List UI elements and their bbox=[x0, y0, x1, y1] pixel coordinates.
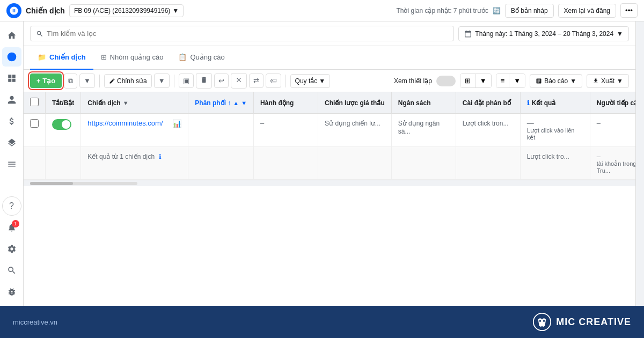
review-button[interactable]: Xem lại và đăng bbox=[558, 4, 616, 18]
row-toggle-cell bbox=[46, 114, 81, 147]
more-button[interactable]: ••• bbox=[620, 3, 638, 18]
edit-label: Chỉnh sửa bbox=[117, 77, 147, 85]
sidebar-item-grid[interactable] bbox=[2, 69, 21, 88]
col-header-setup: Cài đặt phân bổ bbox=[456, 92, 520, 114]
svg-point-3 bbox=[543, 320, 545, 322]
tab-ad[interactable]: 📋 Quảng cáo bbox=[171, 46, 232, 70]
row-budget-cell: Sử dụng ngân sá... bbox=[391, 114, 456, 147]
sidebar-item-settings[interactable] bbox=[2, 239, 21, 259]
toggle-col-label: Tắt/Bật bbox=[52, 99, 74, 107]
sidebar-item-home[interactable] bbox=[2, 26, 21, 45]
col-header-distribution[interactable]: Phân phối ↑ ▲ ▼ bbox=[188, 92, 254, 114]
sidebar-item-notifications[interactable]: 1 bbox=[2, 218, 21, 237]
result-dash: — bbox=[527, 119, 583, 127]
undo-button[interactable]: ↩ bbox=[214, 74, 229, 88]
trash-button[interactable] bbox=[196, 73, 212, 89]
view-chevron-button[interactable]: ▼ bbox=[475, 74, 491, 87]
summary-reach-dash: – bbox=[597, 152, 635, 160]
mic-logo-icon bbox=[532, 312, 552, 332]
sidebar-item-search[interactable] bbox=[2, 261, 21, 280]
sidebar-item-help[interactable]: ? bbox=[2, 196, 21, 216]
duplicate-button[interactable]: ⧉ bbox=[64, 74, 77, 89]
export-button[interactable]: Xuất ▼ bbox=[587, 74, 629, 88]
footer: miccreative.vn MIC CREATIVE bbox=[0, 306, 644, 338]
tab-adgroup[interactable]: ⊞ Nhóm quảng cáo bbox=[93, 46, 171, 70]
delete-icon bbox=[235, 76, 243, 84]
footer-right: MIC CREATIVE bbox=[532, 312, 631, 332]
delete-button[interactable] bbox=[231, 73, 247, 89]
right-sidebar bbox=[635, 21, 644, 306]
row-action-cell: – bbox=[254, 114, 318, 147]
update-time: Thời gian cập nhật: 7 phút trước bbox=[396, 7, 488, 14]
date-picker[interactable]: Tháng này: 1 Tháng 3, 2024 – 20 Tháng 3,… bbox=[458, 26, 629, 41]
select-all-checkbox[interactable] bbox=[30, 98, 39, 106]
rules-button[interactable]: Quy tắc ▼ bbox=[290, 74, 331, 88]
sort-icon: ▼ bbox=[123, 100, 129, 106]
summary-reach-cell: – tài khoản trong Tru... bbox=[590, 147, 635, 180]
edit-button[interactable]: Chỉnh sửa bbox=[104, 74, 152, 88]
export-label: Xuất bbox=[601, 77, 614, 85]
sidebar-bottom: ? 1 bbox=[2, 196, 21, 302]
row-bid-cell: Sử dụng chiến lư... bbox=[318, 114, 392, 147]
table-row: https://coinminutes.com/ 📊 – Sử dụng chi… bbox=[24, 114, 635, 147]
dropdown-button[interactable]: ▼ bbox=[79, 74, 95, 88]
campaign-toggle[interactable] bbox=[52, 119, 71, 130]
summary-footnote: tài khoản trong Tru... bbox=[597, 160, 635, 174]
refresh-icon[interactable]: 🔄 bbox=[493, 7, 501, 14]
view-columns-button[interactable]: ⊞ bbox=[460, 74, 475, 87]
summary-reach-container: – tài khoản trong Tru... bbox=[597, 152, 635, 174]
main-layout: ? 1 bbox=[0, 21, 644, 306]
scrollbar-track[interactable] bbox=[30, 182, 137, 185]
sidebar-item-person[interactable] bbox=[2, 90, 21, 109]
export-chevron: ▼ bbox=[617, 77, 623, 85]
tag-button[interactable]: 🏷 bbox=[266, 74, 281, 88]
campaign-link[interactable]: https://coinminutes.com/ bbox=[87, 119, 163, 127]
view-label: Xem thiết lập bbox=[394, 77, 432, 85]
edit-icon bbox=[109, 78, 115, 84]
report-button[interactable]: Báo cáo ▼ bbox=[530, 74, 582, 88]
scrollbar-thumb[interactable] bbox=[30, 182, 73, 185]
draft-button[interactable]: Bổ bản nháp bbox=[505, 4, 554, 18]
search-wrap[interactable] bbox=[30, 26, 454, 41]
template-button[interactable]: ▣ bbox=[179, 74, 194, 88]
content-area: Tháng này: 1 Tháng 3, 2024 – 20 Tháng 3,… bbox=[24, 21, 635, 306]
campaign-tab-label: Chiến dịch bbox=[49, 53, 86, 61]
meta-logo bbox=[6, 3, 21, 18]
campaign-selector[interactable]: FB 09 (ACE) (261320939949196) ▼ bbox=[69, 4, 184, 17]
create-button[interactable]: + Tạo bbox=[30, 74, 62, 88]
sidebar-item-layers[interactable] bbox=[2, 133, 21, 152]
separator-3 bbox=[286, 75, 286, 87]
sidebar-item-bug[interactable] bbox=[2, 282, 21, 302]
row-checkbox[interactable] bbox=[30, 119, 39, 128]
sidebar: ? 1 bbox=[0, 21, 24, 306]
sort-up-icon: ▲ bbox=[233, 100, 239, 106]
table-header-row: Tắt/Bật Chiến dịch ▼ bbox=[24, 92, 635, 114]
summary-label: Kết quả từ 1 chiến dịch bbox=[87, 153, 155, 160]
chevron-down-icon: ▼ bbox=[172, 7, 179, 14]
search-input[interactable] bbox=[47, 30, 448, 38]
top-bar: Chiến dịch FB 09 (ACE) (261320939949196)… bbox=[0, 0, 644, 21]
summary-action-cell bbox=[254, 147, 318, 180]
sidebar-item-finance[interactable] bbox=[2, 112, 21, 131]
move-button[interactable]: ⇄ bbox=[249, 74, 264, 88]
edit-dropdown-button[interactable]: ▼ bbox=[154, 74, 170, 88]
col-header-campaign[interactable]: Chiến dịch ▼ bbox=[81, 92, 188, 114]
col-header-check bbox=[24, 92, 46, 114]
rules-label: Quy tắc bbox=[295, 77, 318, 85]
footer-website: miccreative.vn bbox=[13, 318, 57, 326]
report-icon bbox=[536, 78, 542, 84]
separator-1 bbox=[99, 75, 100, 87]
row-check-cell bbox=[24, 114, 46, 147]
row-setup-cell: Lượt click tron... bbox=[456, 114, 520, 147]
view-chevron-2-button[interactable]: ▼ bbox=[509, 74, 525, 87]
view-toggle[interactable] bbox=[436, 76, 456, 86]
tab-campaign[interactable]: 📁 Chiến dịch bbox=[30, 46, 93, 70]
setup-col-label: Cài đặt phân bổ bbox=[463, 99, 511, 107]
sidebar-item-meta[interactable] bbox=[2, 47, 21, 67]
report-chevron: ▼ bbox=[570, 77, 576, 85]
chart-icon[interactable]: 📊 bbox=[172, 119, 181, 128]
scrollbar[interactable] bbox=[24, 180, 635, 186]
search-icon bbox=[36, 30, 43, 38]
sidebar-item-menu[interactable] bbox=[2, 155, 21, 174]
view-rows-button[interactable]: ≡ bbox=[496, 74, 510, 87]
